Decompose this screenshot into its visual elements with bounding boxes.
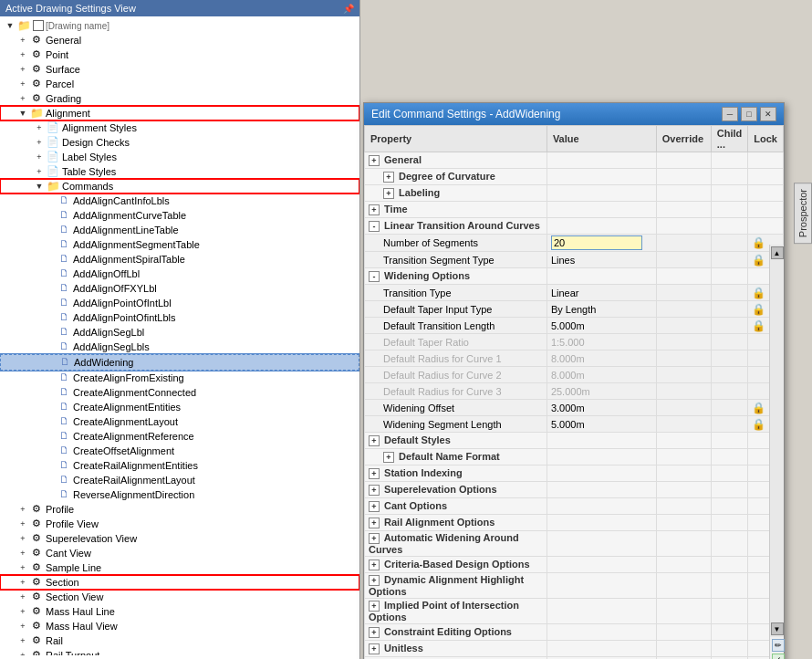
- edit-icon[interactable]: ✏: [772, 639, 785, 652]
- tree-item-cant-view[interactable]: + ⚙ Cant View: [0, 546, 359, 560]
- table-row[interactable]: Default Radius for Curve 1 8.000m: [365, 350, 784, 367]
- expand-root[interactable]: ▼: [4, 21, 16, 30]
- expand-superelevation-view[interactable]: +: [16, 534, 29, 543]
- table-row[interactable]: + Superelevation Options: [365, 482, 784, 498]
- table-row[interactable]: + Constraint Editing Options: [365, 624, 784, 641]
- tree-item-rail[interactable]: + ⚙ Rail: [0, 633, 359, 648]
- tree-item-addAlignmentSpiralTable[interactable]: 🗋 AddAlignmentSpiralTable: [0, 252, 359, 267]
- expand-mass-haul-line[interactable]: +: [16, 607, 29, 616]
- tree-item-section[interactable]: + ⚙ Section: [0, 575, 359, 590]
- expand-criteria-design[interactable]: +: [369, 560, 380, 570]
- expand-general-row[interactable]: +: [369, 155, 380, 166]
- table-row[interactable]: + Automatic Widening Around Curves: [365, 531, 784, 557]
- tree-item-createAlignmentLayout[interactable]: 🗋 CreateAlignmentLayout: [0, 414, 359, 429]
- table-row[interactable]: + Dynamic Alignment Highlight Options: [365, 573, 784, 599]
- table-row[interactable]: - Widening Options: [365, 268, 784, 285]
- table-row[interactable]: Widening Segment Length 5.000m 🔒: [365, 416, 784, 433]
- tree-item-addAlignmentSegmentTable[interactable]: 🗋 AddAlignmentSegmentTable: [0, 237, 359, 252]
- tree-item-createAlignFromExisting[interactable]: 🗋 CreateAlignFromExisting: [0, 371, 359, 385]
- maximize-button[interactable]: □: [741, 107, 757, 121]
- tree-item-addAlignmentLineTable[interactable]: 🗋 AddAlignmentLineTable: [0, 223, 359, 237]
- table-row[interactable]: Default Taper Input Type By Length 🔒: [365, 301, 784, 318]
- tree-item-createAlignmentEntities[interactable]: 🗋 CreateAlignmentEntities: [0, 400, 359, 414]
- tree-item-grading[interactable]: + ⚙ Grading: [0, 91, 359, 106]
- expand-station-indexing[interactable]: +: [369, 468, 380, 479]
- table-row[interactable]: + Station Indexing: [365, 465, 784, 482]
- table-row[interactable]: + Time: [365, 202, 784, 218]
- expand-unitless[interactable]: +: [369, 643, 380, 654]
- table-row[interactable]: + Implied Point of Intersection Options: [365, 599, 784, 624]
- table-row[interactable]: Default Radius for Curve 2 8.000m: [365, 367, 784, 383]
- scroll-down-button[interactable]: ▼: [771, 622, 784, 635]
- close-button[interactable]: ✕: [760, 107, 776, 121]
- tree-item-mass-haul-view[interactable]: + ⚙ Mass Haul View: [0, 619, 359, 633]
- expand-rail-alignment-options[interactable]: +: [369, 518, 380, 528]
- tree-item-addWidening[interactable]: 🗋 AddWidening: [0, 354, 359, 371]
- expand-automatic-widening[interactable]: +: [369, 533, 380, 544]
- tree-item-addAlignSegLbls[interactable]: 🗋 AddAlignSegLbls: [0, 340, 359, 354]
- table-row[interactable]: Number of Segments 🔒: [365, 235, 784, 252]
- expand-time[interactable]: +: [369, 204, 380, 215]
- table-row[interactable]: - Linear Transition Around Curves: [365, 218, 784, 235]
- num-segments-input[interactable]: [551, 235, 642, 250]
- tree-item-addAlignSegLbl[interactable]: 🗋 AddAlignSegLbl: [0, 325, 359, 340]
- tree-root[interactable]: ▼ 📁 [Drawing name]: [0, 18, 359, 33]
- expand-constraint-editing[interactable]: +: [369, 627, 380, 638]
- tree-item-design-checks[interactable]: + 📄 Design Checks: [0, 135, 359, 150]
- expand-section-view[interactable]: +: [16, 592, 29, 601]
- expand-widening-options[interactable]: -: [369, 271, 380, 282]
- expand-default-styles[interactable]: +: [369, 435, 380, 446]
- tree-item-createRailAlignmentEntities[interactable]: 🗋 CreateRailAlignmentEntities: [0, 458, 359, 473]
- expand-implied-point[interactable]: +: [369, 601, 380, 612]
- tree-item-reverseAlignmentDirection[interactable]: 🗋 ReverseAlignmentDirection: [0, 487, 359, 502]
- tree-item-surface[interactable]: + ⚙ Surface: [0, 62, 359, 77]
- checkmark-icon[interactable]: ✓: [772, 654, 785, 659]
- expand-table-styles[interactable]: +: [33, 167, 46, 176]
- table-row[interactable]: + Criteria-Based Design Options: [365, 557, 784, 573]
- table-row[interactable]: Transition Type Linear 🔒: [365, 285, 784, 301]
- tree-item-commands[interactable]: ▼ 📁 Commands: [0, 179, 359, 194]
- table-row[interactable]: + Cant Options: [365, 498, 784, 515]
- expand-general[interactable]: +: [16, 36, 29, 45]
- table-row[interactable]: + Degree of Curvature: [365, 169, 784, 185]
- tree-item-mass-haul-line[interactable]: + ⚙ Mass Haul Line: [0, 604, 359, 619]
- expand-surface[interactable]: +: [16, 65, 29, 74]
- table-row[interactable]: Widening Offset 3.000m 🔒: [365, 400, 784, 416]
- table-row[interactable]: + Labeling: [365, 185, 784, 202]
- tree-item-profile[interactable]: + ⚙ Profile: [0, 502, 359, 517]
- expand-dynamic-alignment[interactable]: +: [369, 575, 380, 586]
- tree-item-section-view[interactable]: + ⚙ Section View: [0, 590, 359, 604]
- expand-mass-haul-view[interactable]: +: [16, 622, 29, 631]
- table-row[interactable]: + Unitless: [365, 641, 784, 657]
- tree-item-addAlignmentCurveTable[interactable]: 🗋 AddAlignmentCurveTable: [0, 208, 359, 223]
- expand-point[interactable]: +: [16, 50, 29, 59]
- table-row[interactable]: + Rail Alignment Options: [365, 515, 784, 531]
- tree-item-addAlignPointOfintLbls[interactable]: 🗋 AddAlignPointOfintLbls: [0, 310, 359, 325]
- expand-alignment[interactable]: ▼: [16, 109, 29, 118]
- expand-superelevation-options[interactable]: +: [369, 485, 380, 496]
- table-row[interactable]: Default Radius for Curve 3 25.000m: [365, 383, 784, 400]
- expand-design-checks[interactable]: +: [33, 138, 46, 147]
- expand-profile-view[interactable]: +: [16, 519, 29, 528]
- tree-item-addAlignPointOfIntLbl[interactable]: 🗋 AddAlignPointOfIntLbl: [0, 296, 359, 310]
- tree-item-table-styles[interactable]: + 📄 Table Styles: [0, 164, 359, 179]
- tree-item-addAlignCantInfoLbls[interactable]: 🗋 AddAlignCantInfoLbls: [0, 194, 359, 208]
- expand-profile[interactable]: +: [16, 505, 29, 514]
- minimize-button[interactable]: ─: [722, 107, 738, 121]
- expand-degree-curvature[interactable]: +: [383, 172, 394, 183]
- tree-item-general[interactable]: + ⚙ General: [0, 33, 359, 47]
- table-row[interactable]: Transition Segment Type Lines 🔒: [365, 252, 784, 268]
- tree-item-profile-view[interactable]: + ⚙ Profile View: [0, 517, 359, 531]
- tree-item-label-styles[interactable]: + 📄 Label Styles: [0, 150, 359, 164]
- num-segments-value[interactable]: [547, 235, 656, 252]
- tree-item-createOffsetAlignment[interactable]: 🗋 CreateOffsetAlignment: [0, 444, 359, 458]
- tree-item-superelevation-view[interactable]: + ⚙ Superelevation View: [0, 531, 359, 546]
- expand-labeling[interactable]: +: [383, 188, 394, 199]
- prospector-tab[interactable]: Prospector: [794, 183, 812, 244]
- tree-item-alignment-styles[interactable]: + 📄 Alignment Styles: [0, 120, 359, 135]
- expand-alignment-styles[interactable]: +: [33, 123, 46, 132]
- tree-item-sample-line[interactable]: + ⚙ Sample Line: [0, 560, 359, 575]
- expand-parcel[interactable]: +: [16, 79, 29, 89]
- tree-item-point[interactable]: + ⚙ Point: [0, 47, 359, 62]
- tree-item-createAlignmentReference[interactable]: 🗋 CreateAlignmentReference: [0, 429, 359, 444]
